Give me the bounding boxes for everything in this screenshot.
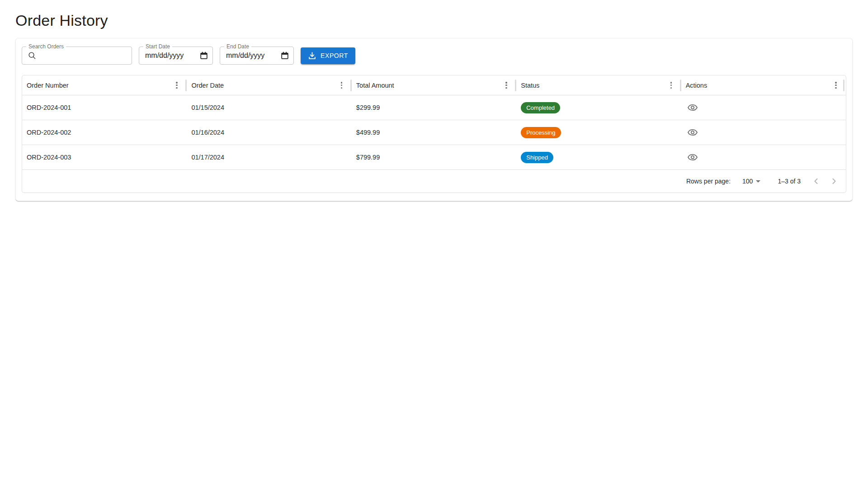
column-menu-icon[interactable] — [835, 82, 837, 89]
column-header-order-date[interactable]: Order Date — [187, 75, 351, 95]
table-row[interactable]: ORD-2024-001 01/15/2024 $299.99 Complete… — [22, 95, 846, 120]
order-date-cell: 01/15/2024 — [187, 95, 351, 120]
column-menu-icon[interactable] — [670, 82, 672, 89]
download-icon — [308, 52, 316, 60]
status-cell: Shipped — [516, 145, 681, 169]
page-title: Order History — [15, 12, 868, 29]
filter-toolbar: Search Orders Start Date — [22, 47, 846, 65]
column-menu-icon[interactable] — [341, 82, 343, 89]
chevron-left-icon — [811, 176, 821, 187]
arrow-drop-down-icon — [756, 180, 760, 183]
search-orders-field[interactable]: Search Orders — [22, 47, 132, 65]
order-date-cell: 01/17/2024 — [187, 145, 351, 169]
actions-cell — [681, 95, 846, 120]
total-amount-cell: $299.99 — [352, 95, 516, 120]
total-amount-cell: $499.99 — [352, 120, 516, 145]
start-date-label: Start Date — [143, 43, 172, 50]
actions-cell — [681, 145, 846, 169]
end-date-label: End Date — [224, 43, 251, 50]
order-date-cell: 01/16/2024 — [187, 120, 351, 145]
column-header-order-number[interactable]: Order Number — [22, 75, 187, 95]
next-page-button[interactable] — [825, 172, 843, 190]
end-date-field[interactable]: End Date — [220, 47, 294, 65]
pagination-range-label: 1–3 of 3 — [778, 178, 801, 185]
orders-table: Order Number Order Date Total Amount Sta… — [22, 75, 846, 193]
order-number-cell: ORD-2024-003 — [22, 145, 187, 169]
column-header-total-amount[interactable]: Total Amount — [352, 75, 516, 95]
column-separator[interactable] — [843, 80, 844, 91]
actions-cell — [681, 120, 846, 145]
order-number-cell: ORD-2024-001 — [22, 95, 187, 120]
export-button[interactable]: EXPORT — [301, 47, 355, 64]
chevron-right-icon — [829, 176, 840, 187]
total-amount-cell: $799.99 — [352, 145, 516, 169]
calendar-icon[interactable] — [281, 52, 289, 60]
column-menu-icon[interactable] — [505, 82, 507, 89]
visibility-icon — [687, 102, 698, 113]
search-input[interactable] — [41, 52, 126, 60]
status-cell: Processing — [516, 120, 681, 145]
view-order-button[interactable] — [684, 124, 701, 141]
column-menu-icon[interactable] — [176, 82, 178, 89]
view-order-button[interactable] — [684, 149, 701, 166]
status-badge: Processing — [521, 127, 561, 138]
search-icon — [28, 51, 37, 60]
previous-page-button[interactable] — [807, 172, 825, 190]
table-pagination: Rows per page: 100 1–3 of 3 — [22, 170, 846, 192]
visibility-icon — [687, 152, 698, 163]
end-date-input[interactable] — [226, 52, 269, 60]
table-header-row: Order Number Order Date Total Amount Sta… — [22, 75, 846, 95]
start-date-input[interactable] — [145, 52, 189, 60]
rows-per-page-select[interactable]: 100 — [742, 178, 760, 185]
order-number-cell: ORD-2024-002 — [22, 120, 187, 145]
rows-per-page-label: Rows per page: — [686, 178, 731, 185]
status-badge: Completed — [521, 102, 560, 113]
table-row[interactable]: ORD-2024-003 01/17/2024 $799.99 Shipped — [22, 145, 846, 170]
search-orders-label: Search Orders — [26, 43, 66, 50]
calendar-icon[interactable] — [200, 52, 208, 60]
table-row[interactable]: ORD-2024-002 01/16/2024 $499.99 Processi… — [22, 120, 846, 145]
start-date-field[interactable]: Start Date — [139, 47, 213, 65]
rows-per-page-value: 100 — [742, 178, 753, 185]
status-badge: Shipped — [521, 152, 553, 163]
order-history-card: Search Orders Start Date — [15, 38, 853, 201]
column-header-actions[interactable]: Actions — [681, 75, 846, 95]
status-cell: Completed — [516, 95, 681, 120]
column-header-status[interactable]: Status — [516, 75, 681, 95]
export-button-label: EXPORT — [321, 52, 348, 59]
view-order-button[interactable] — [684, 99, 701, 116]
visibility-icon — [687, 127, 698, 138]
